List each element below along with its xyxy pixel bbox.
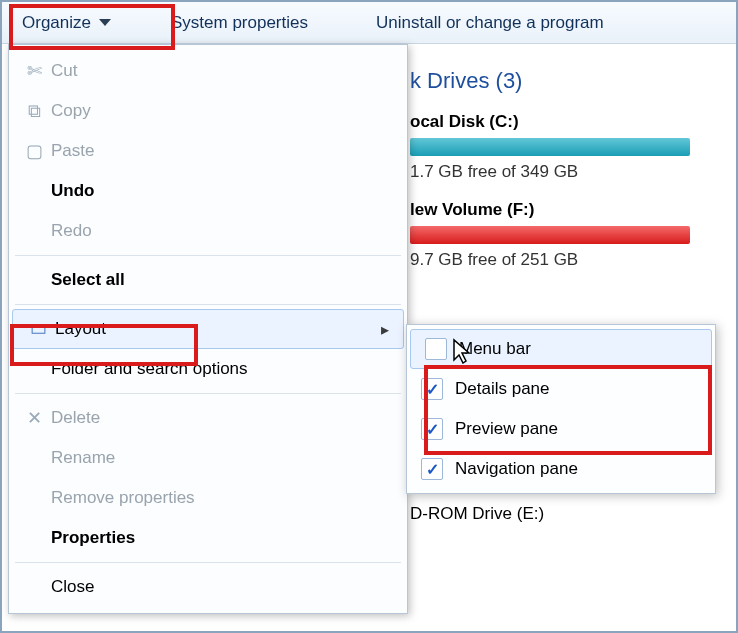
submenu-navigation-pane[interactable]: ✓ Navigation pane: [407, 449, 715, 489]
submenu-menu-bar[interactable]: ✓ Menu bar: [410, 329, 712, 369]
drive-c-free: 1.7 GB free of 349 GB: [410, 162, 726, 182]
checkbox-checked-icon: ✓: [421, 378, 443, 400]
caret-down-icon: [99, 19, 111, 26]
organize-label: Organize: [22, 13, 91, 33]
drive-cdrom-label[interactable]: D-ROM Drive (E:): [410, 504, 726, 524]
separator: [15, 304, 401, 305]
copy-icon: ⧉: [17, 101, 51, 122]
menu-layout[interactable]: ▭ Layout ▸: [12, 309, 404, 349]
layout-icon: ▭: [21, 318, 55, 340]
menu-delete[interactable]: ✕ Delete: [9, 398, 407, 438]
drive-c-label[interactable]: ocal Disk (C:): [410, 112, 726, 132]
menu-cut[interactable]: ✄ Cut: [9, 51, 407, 91]
menu-remove-properties[interactable]: Remove properties: [9, 478, 407, 518]
menu-properties[interactable]: Properties: [9, 518, 407, 558]
drives-header: k Drives (3): [410, 68, 726, 94]
organize-button[interactable]: Organize: [12, 9, 121, 37]
drive-c-bar: [410, 138, 690, 156]
menu-copy[interactable]: ⧉ Copy: [9, 91, 407, 131]
cut-icon: ✄: [17, 60, 51, 82]
toolbar: Organize System properties Uninstall or …: [2, 2, 736, 44]
menu-redo[interactable]: Redo: [9, 211, 407, 251]
menu-paste[interactable]: ▢ Paste: [9, 131, 407, 171]
checkbox-checked-icon: ✓: [421, 458, 443, 480]
drive-f-free: 9.7 GB free of 251 GB: [410, 250, 726, 270]
checkbox-icon: ✓: [425, 338, 447, 360]
chevron-right-icon: ▸: [381, 320, 389, 339]
layout-submenu: ✓ Menu bar ✓ Details pane ✓ Preview pane…: [406, 324, 716, 494]
drive-f-label[interactable]: lew Volume (F:): [410, 200, 726, 220]
drive-f-bar: [410, 226, 690, 244]
menu-rename[interactable]: Rename: [9, 438, 407, 478]
paste-icon: ▢: [17, 140, 51, 162]
menu-close[interactable]: Close: [9, 567, 407, 607]
submenu-preview-pane[interactable]: ✓ Preview pane: [407, 409, 715, 449]
menu-select-all[interactable]: Select all: [9, 260, 407, 300]
menu-undo[interactable]: Undo: [9, 171, 407, 211]
checkbox-checked-icon: ✓: [421, 418, 443, 440]
menu-folder-options[interactable]: Folder and search options: [9, 349, 407, 389]
submenu-details-pane[interactable]: ✓ Details pane: [407, 369, 715, 409]
system-properties-button[interactable]: System properties: [157, 9, 322, 37]
delete-icon: ✕: [17, 407, 51, 429]
separator: [15, 255, 401, 256]
main-area: k Drives (3) ocal Disk (C:) 1.7 GB free …: [2, 44, 736, 631]
separator: [15, 562, 401, 563]
uninstall-program-button[interactable]: Uninstall or change a program: [362, 9, 618, 37]
organize-menu: ✄ Cut ⧉ Copy ▢ Paste Undo Redo Select al…: [8, 44, 408, 614]
separator: [15, 393, 401, 394]
